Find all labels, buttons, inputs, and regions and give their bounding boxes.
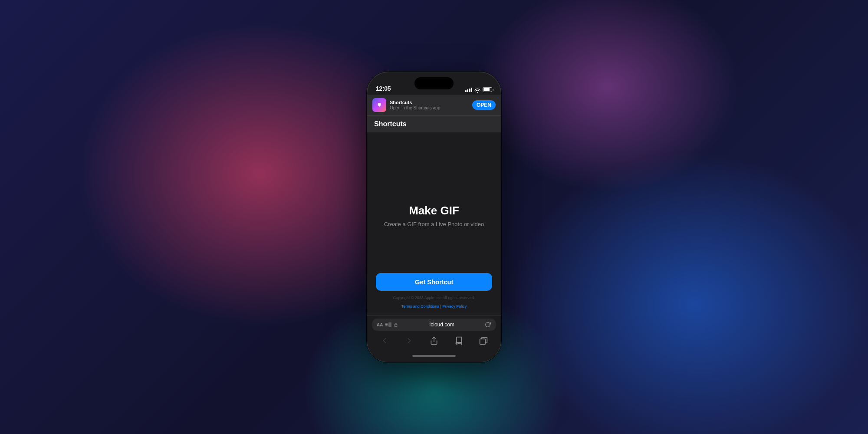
wifi-icon	[474, 87, 480, 92]
shortcuts-app-icon	[372, 98, 386, 112]
dynamic-island	[414, 77, 454, 89]
svg-rect-1	[385, 324, 388, 325]
svg-rect-4	[395, 324, 397, 326]
browser-toolbar: AA icloud.com	[367, 316, 501, 350]
open-app-button[interactable]: OPEN	[472, 100, 496, 110]
battery-icon	[483, 87, 492, 92]
smart-banner-title: Shortcuts	[390, 100, 469, 105]
main-content: Make GIF Create a GIF from a Live Photo …	[367, 132, 501, 316]
lock-icon	[394, 322, 398, 327]
smart-banner: Shortcuts Open in the Shortcuts app OPEN	[367, 95, 501, 116]
aa-button[interactable]: AA	[377, 322, 383, 327]
signal-bars-icon	[465, 87, 473, 92]
bookmarks-button[interactable]	[451, 334, 467, 347]
svg-rect-3	[388, 322, 391, 327]
page-header: Shortcuts	[367, 116, 501, 132]
smart-banner-subtitle: Open in the Shortcuts app	[390, 105, 469, 110]
back-button[interactable]	[377, 334, 392, 347]
share-button[interactable]	[426, 334, 442, 347]
page-title: Shortcuts	[374, 120, 494, 128]
battery-fill	[483, 88, 490, 91]
reload-icon[interactable]	[484, 321, 491, 328]
battery-tip	[493, 89, 493, 91]
signal-bar-3	[469, 89, 470, 92]
shortcut-name: Make GIF	[409, 187, 459, 217]
status-icons	[465, 87, 493, 92]
shortcut-description: Create a GIF from a Live Photo or video	[384, 221, 484, 227]
terms-link[interactable]: Terms and Conditions	[401, 304, 439, 309]
home-indicator	[367, 350, 501, 362]
home-bar	[412, 355, 456, 357]
tabs-button[interactable]	[476, 334, 491, 347]
signal-bar-1	[465, 90, 467, 92]
phone-mockup: 12:05	[367, 72, 501, 362]
get-shortcut-button[interactable]: Get Shortcut	[376, 273, 492, 291]
address-bar[interactable]: AA icloud.com	[372, 319, 496, 331]
signal-bar-4	[471, 88, 472, 92]
status-time: 12:05	[376, 85, 391, 92]
url-text: icloud.com	[399, 322, 484, 328]
reader-mode-icon	[385, 322, 391, 327]
svg-rect-2	[385, 326, 388, 326]
forward-button[interactable]	[401, 334, 417, 347]
svg-rect-6	[480, 339, 485, 345]
privacy-link[interactable]: Privacy Policy	[442, 304, 467, 309]
phone-frame: 12:05	[367, 72, 501, 362]
smart-banner-text: Shortcuts Open in the Shortcuts app	[390, 100, 469, 110]
browser-actions	[372, 333, 496, 348]
signal-bar-2	[467, 89, 468, 92]
footer-links: Terms and Conditions | Privacy Policy	[401, 304, 467, 309]
copyright-text: Copyright © 2023 Apple Inc. All rights r…	[393, 295, 475, 301]
svg-rect-0	[385, 323, 388, 324]
